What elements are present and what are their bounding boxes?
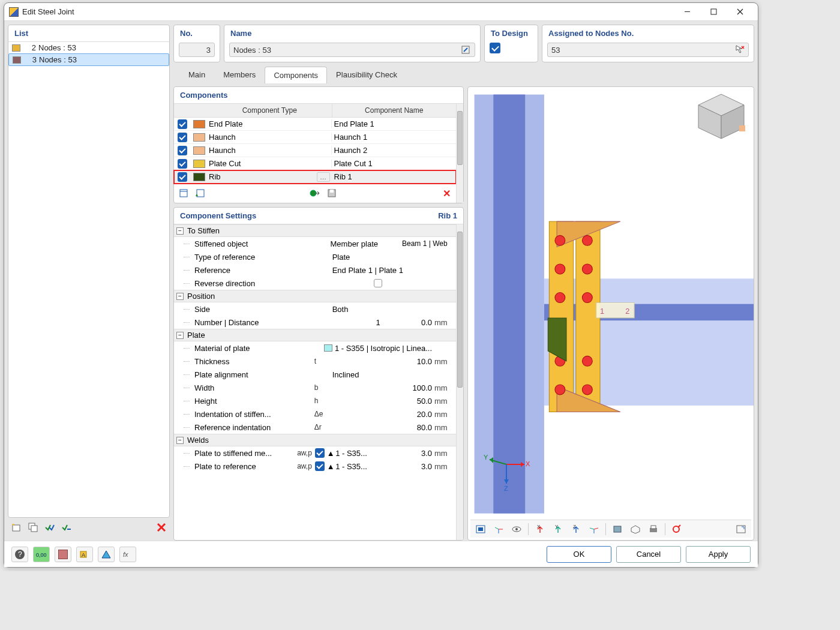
vp-expand-button[interactable] [733, 522, 749, 536]
list-item-index: 2 [24, 43, 36, 52]
component-checkbox[interactable] [178, 159, 187, 169]
vp-wireframe-button[interactable] [628, 522, 643, 536]
help-button[interactable]: ? [11, 547, 28, 562]
property-row[interactable]: ReferenceEnd Plate 1 | Plate 1 [174, 263, 456, 277]
settings-scrollbar[interactable] [456, 224, 463, 540]
property-row[interactable]: Heighth50.0mm [174, 394, 456, 407]
property-row[interactable]: Plate to stiffened me...aw,p▲1 - S35...3… [174, 446, 456, 460]
property-row[interactable]: Material of plate1 - S355 | Isotropic | … [174, 341, 456, 355]
property-row[interactable]: Plate to referenceaw,p▲1 - S35...3.0mm [174, 460, 456, 473]
component-row[interactable]: Plate Cut Plate Cut 1 [174, 157, 456, 170]
property-row[interactable]: Type of referencePlate [174, 250, 456, 263]
property-checkbox[interactable] [374, 279, 382, 287]
function-button[interactable]: fx [119, 547, 136, 562]
delete-component-button[interactable]: ✕ [439, 186, 454, 200]
assigned-nodes-input[interactable]: 53 [547, 43, 749, 57]
svg-text:1: 1 [600, 307, 604, 316]
vp-view-z-button[interactable]: Z [568, 522, 584, 536]
component-row[interactable]: Rib… Rib 1 [174, 170, 456, 184]
edit-name-icon[interactable] [460, 44, 471, 55]
svg-text:Z: Z [504, 485, 508, 492]
svg-rect-4 [13, 525, 20, 531]
vp-print-button[interactable] [646, 522, 661, 536]
vp-reset-button[interactable] [669, 522, 685, 536]
import-component-button[interactable] [308, 186, 322, 200]
list-item[interactable]: 2 Nodes : 53 [8, 42, 169, 53]
maximize-button[interactable] [700, 4, 727, 20]
collapse-icon[interactable]: − [176, 437, 184, 444]
vp-show-joint-button[interactable] [473, 522, 488, 536]
copy-item-button[interactable] [26, 520, 40, 535]
minimize-button[interactable] [674, 4, 700, 20]
no-input[interactable]: 3 [179, 43, 215, 57]
component-checkbox[interactable] [178, 133, 187, 142]
svg-point-17 [310, 190, 316, 196]
to-design-label: To Design [485, 25, 534, 40]
apply-button[interactable]: Apply [686, 546, 751, 563]
component-row[interactable]: End Plate End Plate 1 [174, 118, 456, 131]
pick-nodes-icon[interactable] [735, 44, 745, 56]
settings-group-header[interactable]: −Welds [174, 434, 456, 446]
collapse-icon[interactable]: − [176, 293, 184, 300]
list-item[interactable]: 3 Nodes : 53 [8, 53, 169, 66]
property-row[interactable]: Number | Distance10.0mm [174, 316, 456, 329]
property-row[interactable]: Thicknesst10.0mm [174, 355, 456, 368]
tab-members[interactable]: Members [214, 66, 265, 83]
check-all-button[interactable] [43, 520, 57, 535]
vp-display-mode-button[interactable] [610, 522, 625, 536]
view-settings-button[interactable] [98, 547, 115, 562]
add-component-button[interactable] [176, 186, 191, 200]
property-row[interactable]: Widthb100.0mm [174, 381, 456, 394]
units-button[interactable]: 0,00 [33, 547, 50, 562]
vp-isometric-button[interactable] [586, 522, 602, 536]
components-scrollbar[interactable] [456, 104, 463, 203]
joint-list[interactable]: 2 Nodes : 53 3 Nodes : 53 [8, 42, 169, 517]
cancel-button[interactable]: Cancel [616, 546, 681, 563]
vp-global-axes-button[interactable] [491, 522, 506, 536]
view-cube[interactable] [694, 92, 749, 141]
vp-show-view-button[interactable] [509, 522, 524, 536]
tab-main[interactable]: Main [179, 66, 214, 83]
titlebar: Edit Steel Joint [4, 3, 758, 21]
insert-component-button[interactable] [193, 186, 208, 200]
weld-checkbox[interactable] [315, 448, 325, 458]
tab-plausibility-check[interactable]: Plausibility Check [327, 66, 406, 83]
property-row[interactable]: Plate alignmentInclined [174, 368, 456, 381]
collapse-icon[interactable]: − [176, 227, 184, 235]
component-checkbox[interactable] [178, 146, 187, 155]
color-button[interactable] [55, 547, 71, 562]
component-checkbox[interactable] [178, 172, 187, 182]
weld-checkbox[interactable] [315, 461, 325, 471]
svg-point-28 [555, 235, 565, 245]
settings-group-header[interactable]: −Plate [174, 329, 456, 341]
component-edit-button[interactable]: … [317, 172, 330, 182]
vp-view-x-button[interactable]: X [532, 522, 548, 536]
name-input[interactable]: Nodes : 53 [229, 43, 475, 57]
uncheck-all-button[interactable] [59, 520, 74, 535]
vp-view-y-button[interactable]: Y [550, 522, 566, 536]
list-header: List [8, 25, 169, 42]
component-row[interactable]: Haunch Haunch 2 [174, 144, 456, 157]
3d-viewport[interactable]: 1 2 X Y Z [467, 86, 754, 541]
ok-button[interactable]: OK [547, 546, 611, 563]
to-design-checkbox[interactable] [490, 43, 500, 53]
new-item-button[interactable] [9, 520, 23, 535]
tab-components[interactable]: Components [265, 67, 327, 83]
delete-item-button[interactable] [154, 520, 169, 535]
settings-group-header[interactable]: −To Stiffen [174, 224, 456, 237]
close-button[interactable] [727, 4, 753, 20]
settings-group-header[interactable]: −Position [174, 290, 456, 302]
property-row[interactable]: SideBoth [174, 302, 456, 316]
collapse-icon[interactable]: − [176, 332, 184, 339]
svg-text:A: A [82, 552, 85, 558]
component-checkbox[interactable] [178, 119, 187, 129]
component-row[interactable]: Haunch Haunch 1 [174, 131, 456, 144]
property-row[interactable]: Stiffened objectMember plateBeam 1 | Web [174, 237, 456, 250]
svg-point-33 [582, 293, 592, 303]
save-component-button[interactable] [325, 186, 339, 200]
property-row[interactable]: Reverse direction [174, 277, 456, 290]
settings-header: Component Settings [180, 211, 256, 220]
labels-button[interactable]: A [76, 547, 93, 562]
property-row[interactable]: Indentation of stiffen...Δe20.0mm [174, 407, 456, 421]
property-row[interactable]: Reference indentationΔr80.0mm [174, 421, 456, 434]
